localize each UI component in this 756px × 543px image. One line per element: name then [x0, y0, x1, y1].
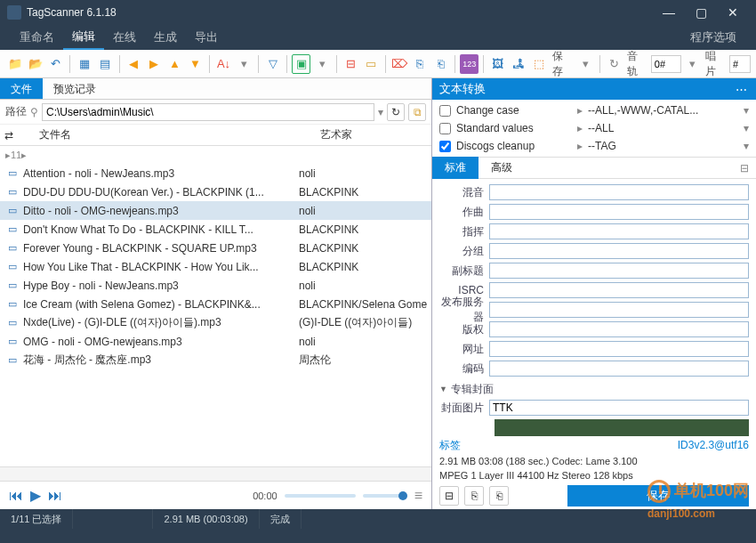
- file-row[interactable]: ▭Attention - noli - NewJeans.mp3noli: [0, 164, 431, 182]
- action3-button[interactable]: ⎗: [489, 486, 509, 506]
- volume-slider[interactable]: [363, 494, 407, 498]
- menu-edit[interactable]: 编辑: [63, 25, 104, 50]
- cover-image[interactable]: 👁: [495, 419, 749, 436]
- list-icon[interactable]: ▤: [95, 54, 114, 74]
- save-button[interactable]: 保存: [567, 485, 749, 507]
- nav-up-icon[interactable]: ▲: [165, 54, 184, 74]
- file-row[interactable]: ▭Forever Young - BLACKPINK - SQUARE UP.m…: [0, 239, 431, 257]
- progress-bar[interactable]: [285, 494, 356, 498]
- image-icon[interactable]: 🖼: [488, 54, 507, 74]
- highlight-icon[interactable]: ▭: [362, 54, 381, 74]
- transform-checkbox[interactable]: [439, 105, 451, 117]
- shuffle-icon[interactable]: ⇄: [0, 129, 18, 142]
- file-row[interactable]: ▭Ditto - noli - OMG-newjeans.mp3noli: [0, 201, 431, 220]
- path-input[interactable]: [42, 103, 374, 121]
- field-input[interactable]: [489, 263, 749, 279]
- field-input[interactable]: [489, 321, 749, 337]
- file-row[interactable]: ▭Hype Boy - noli - NewJeans.mp3noli: [0, 276, 431, 295]
- number-icon[interactable]: 123: [460, 54, 479, 74]
- save-dd-icon[interactable]: ▾: [576, 54, 595, 74]
- subtab-collapse-icon[interactable]: ⊟: [740, 162, 756, 174]
- minimize-button[interactable]: —: [653, 5, 685, 20]
- field-input[interactable]: [489, 223, 749, 239]
- play-button[interactable]: ▶: [30, 487, 41, 504]
- open-folder-icon[interactable]: 📁: [5, 54, 24, 74]
- file-row[interactable]: ▭Ice Cream (with Selena Gomez) - BLACKPI…: [0, 295, 431, 313]
- file-row[interactable]: ▭花海 - 周杰伦 - 魔杰座.mp3周杰伦: [0, 351, 431, 369]
- prev-button[interactable]: ⏮: [9, 488, 23, 504]
- nav-back-icon[interactable]: ◀: [125, 54, 143, 74]
- file-name: Attention - noli - NewJeans.mp3: [20, 167, 299, 180]
- refresh-button[interactable]: ↻: [387, 103, 405, 121]
- field-input[interactable]: [489, 204, 749, 220]
- menu-generate[interactable]: 生成: [145, 26, 186, 49]
- nav-fwd-icon[interactable]: ▶: [145, 54, 164, 74]
- subtab-advanced[interactable]: 高级: [479, 157, 525, 179]
- track-dd-icon[interactable]: ▾: [683, 54, 702, 74]
- file-row[interactable]: ▭Don't Know What To Do - BLACKPINK - KIL…: [0, 220, 431, 239]
- eq-icon[interactable]: ≡: [414, 488, 422, 504]
- panel-menu-icon[interactable]: ⋯: [736, 83, 749, 96]
- file-row[interactable]: ▭OMG - noli - OMG-newjeans.mp3noli: [0, 332, 431, 351]
- reload-icon[interactable]: ↻: [605, 54, 623, 74]
- track-input[interactable]: [651, 55, 681, 73]
- transform-row[interactable]: Standard values▸--ALL▾: [439, 119, 749, 137]
- album-section-label[interactable]: 专辑封面: [451, 382, 494, 397]
- transform-row[interactable]: Discogs cleanup▸--TAG▾: [439, 137, 749, 155]
- filter-icon[interactable]: ▽: [263, 54, 282, 74]
- remove-icon[interactable]: ⊟: [342, 54, 360, 74]
- tab-files[interactable]: 文件: [0, 78, 43, 99]
- tag-clear-icon[interactable]: ⌦: [390, 54, 409, 74]
- tag-copy-icon[interactable]: ⎘: [411, 54, 430, 74]
- path-pin-icon[interactable]: ⚲: [30, 106, 38, 118]
- menu-online[interactable]: 在线: [104, 26, 145, 49]
- field-input[interactable]: [489, 361, 749, 377]
- selection-dd-icon[interactable]: ▾: [312, 54, 331, 74]
- menu-options[interactable]: 程序选项: [681, 26, 745, 49]
- maximize-button[interactable]: ▢: [685, 5, 717, 20]
- subtab-standard[interactable]: 标准: [432, 157, 479, 179]
- close-button[interactable]: ✕: [717, 5, 749, 20]
- nav-down-icon[interactable]: ▼: [186, 54, 205, 74]
- cover-input[interactable]: [489, 400, 749, 416]
- save-dropdown-label[interactable]: 保存: [551, 49, 575, 79]
- next-button[interactable]: ⏭: [48, 488, 62, 504]
- field-label: 指挥: [439, 224, 489, 239]
- transform-checkbox[interactable]: [439, 141, 451, 152]
- tag-paste-icon[interactable]: ⎗: [431, 54, 450, 74]
- field-input[interactable]: [489, 341, 749, 357]
- chevron-down-icon[interactable]: ▾: [744, 122, 749, 134]
- grid-icon[interactable]: ▦: [75, 54, 93, 74]
- tab-preview[interactable]: 预览记录: [43, 78, 107, 99]
- disc-input[interactable]: [729, 55, 751, 73]
- action1-button[interactable]: ⊟: [439, 486, 459, 506]
- chevron-down-icon[interactable]: ▾: [744, 104, 749, 117]
- action2-button[interactable]: ⎘: [464, 486, 484, 506]
- transform-row[interactable]: Change case▸--ALL,-WWW,-CATAL...▾: [439, 101, 749, 119]
- browse-button[interactable]: ⧉: [408, 103, 426, 121]
- image2-icon[interactable]: 🏞: [509, 54, 527, 74]
- new-folder-icon[interactable]: 📂: [26, 54, 44, 74]
- col-filename[interactable]: 文件名: [18, 127, 317, 142]
- transform-checkbox[interactable]: [439, 123, 451, 134]
- file-row[interactable]: ▭Nxde(Live) - (G)I-DLE ((여자)아이들).mp3(G)I…: [0, 313, 431, 332]
- col-artist[interactable]: 艺术家: [317, 127, 431, 142]
- h-scrollbar[interactable]: [0, 466, 431, 481]
- chevron-down-icon[interactable]: ▾: [744, 140, 749, 152]
- undo-icon[interactable]: ↶: [46, 54, 65, 74]
- script-icon[interactable]: ⬚: [529, 54, 548, 74]
- path-dd-icon[interactable]: ▾: [378, 106, 383, 118]
- field-input[interactable]: [489, 184, 749, 200]
- field-input[interactable]: [489, 302, 749, 318]
- field-input[interactable]: [489, 282, 749, 298]
- sort-icon[interactable]: A↓: [214, 54, 233, 74]
- selection-icon[interactable]: ▣: [292, 54, 310, 74]
- group-row[interactable]: ▸ 11 ▸: [0, 146, 431, 164]
- file-row[interactable]: ▭DDU-DU DDU-DU(Korean Ver.) - BLACKPINK …: [0, 182, 431, 201]
- file-row[interactable]: ▭How You Like That - BLACKPINK - How You…: [0, 257, 431, 276]
- tag-label[interactable]: 标签: [439, 438, 461, 453]
- sort-dd-icon[interactable]: ▾: [235, 54, 253, 74]
- menu-export[interactable]: 导出: [186, 26, 227, 49]
- menu-rename[interactable]: 重命名: [11, 26, 63, 49]
- field-input[interactable]: [489, 243, 749, 259]
